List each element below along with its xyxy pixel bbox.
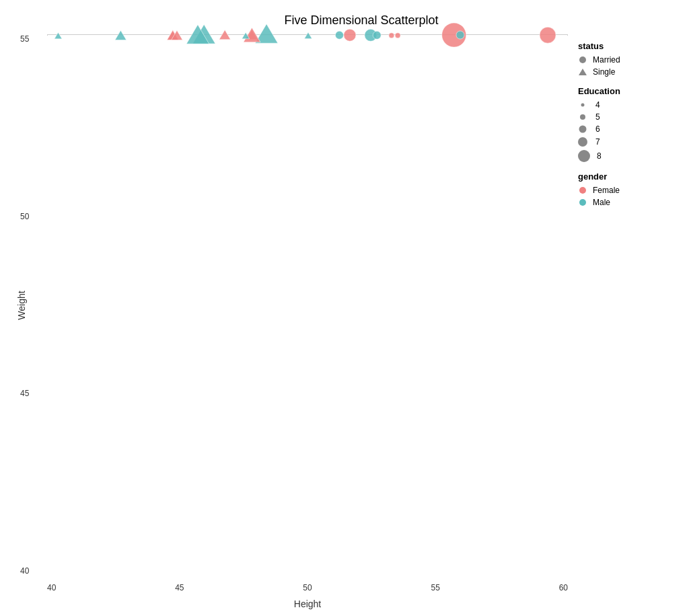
legend-edu-5: 5 bbox=[578, 112, 665, 122]
x-tick-55: 55 bbox=[431, 583, 439, 592]
legend-edu-6-symbol bbox=[578, 124, 590, 134]
legend-edu-5-label: 5 bbox=[595, 112, 600, 122]
svg-point-22 bbox=[579, 56, 586, 63]
legend-status-section: status Married Single bbox=[578, 41, 665, 77]
legend-status-title: status bbox=[578, 41, 665, 51]
legend-single-label: Single bbox=[593, 67, 615, 77]
legend-single-symbol bbox=[578, 67, 587, 77]
legend-married-symbol bbox=[578, 55, 587, 65]
chart-body: Weight 55 50 45 40 40 45 50 55 60 Height bbox=[47, 34, 676, 576]
svg-point-7 bbox=[540, 27, 556, 43]
svg-point-25 bbox=[580, 114, 585, 120]
y-tick-50: 50 bbox=[20, 212, 29, 221]
x-tick-45: 45 bbox=[175, 583, 184, 592]
legend: status Married Single Education bbox=[568, 34, 676, 576]
legend-male-symbol bbox=[578, 198, 587, 207]
x-axis-title: Height bbox=[294, 599, 321, 609]
legend-edu-4-label: 4 bbox=[595, 100, 600, 110]
legend-edu-7-label: 7 bbox=[595, 137, 600, 147]
svg-point-30 bbox=[579, 199, 586, 206]
svg-point-24 bbox=[581, 104, 585, 107]
svg-point-1 bbox=[335, 31, 343, 39]
svg-point-29 bbox=[579, 187, 586, 194]
svg-marker-20 bbox=[304, 32, 312, 39]
y-tick-55: 55 bbox=[20, 34, 29, 44]
legend-gender-female: Female bbox=[578, 186, 665, 195]
legend-female-symbol bbox=[578, 186, 587, 195]
x-axis-labels: 40 45 50 55 60 bbox=[47, 583, 568, 592]
svg-marker-10 bbox=[219, 30, 231, 40]
legend-male-label: Male bbox=[593, 198, 610, 207]
legend-female-label: Female bbox=[593, 186, 620, 195]
legend-gender-title: gender bbox=[578, 171, 665, 182]
legend-edu-7-symbol bbox=[578, 137, 590, 147]
y-tick-40: 40 bbox=[20, 566, 29, 576]
legend-status-single: Single bbox=[578, 67, 665, 77]
chart-container: Five Dimensional Scatterplot Weight 55 5… bbox=[0, 0, 689, 616]
legend-edu-8-symbol bbox=[578, 150, 591, 162]
svg-point-2 bbox=[344, 29, 356, 41]
legend-edu-4-symbol bbox=[578, 100, 590, 110]
legend-status-married: Married bbox=[578, 55, 665, 65]
legend-gender-male: Male bbox=[578, 198, 665, 207]
y-axis-labels: 55 50 45 40 bbox=[20, 34, 29, 576]
svg-point-4 bbox=[373, 31, 381, 39]
legend-edu-6: 6 bbox=[578, 124, 665, 134]
legend-edu-5-symbol bbox=[578, 112, 590, 122]
svg-point-26 bbox=[579, 126, 587, 133]
svg-point-8 bbox=[395, 33, 400, 38]
legend-gender-section: gender Female Male bbox=[578, 171, 665, 207]
svg-point-6 bbox=[456, 31, 464, 39]
legend-edu-7: 7 bbox=[578, 137, 665, 147]
legend-education-section: Education 4 5 6 bbox=[578, 86, 665, 162]
legend-edu-6-label: 6 bbox=[595, 124, 600, 134]
svg-point-27 bbox=[578, 137, 587, 147]
y-tick-45: 45 bbox=[20, 389, 29, 398]
x-tick-40: 40 bbox=[47, 583, 56, 592]
svg-marker-23 bbox=[579, 69, 587, 75]
x-tick-60: 60 bbox=[559, 583, 568, 592]
x-tick-50: 50 bbox=[303, 583, 312, 592]
plot-area bbox=[47, 34, 568, 36]
svg-point-28 bbox=[578, 150, 590, 162]
legend-edu-8: 8 bbox=[578, 150, 665, 162]
svg-point-9 bbox=[389, 33, 394, 38]
svg-marker-17 bbox=[115, 30, 126, 40]
legend-edu-8-label: 8 bbox=[597, 151, 602, 161]
svg-marker-21 bbox=[55, 32, 62, 39]
legend-edu-4: 4 bbox=[578, 100, 665, 110]
legend-married-label: Married bbox=[593, 55, 620, 65]
legend-education-title: Education bbox=[578, 86, 665, 96]
chart-title: Five Dimensional Scatterplot bbox=[47, 13, 676, 28]
